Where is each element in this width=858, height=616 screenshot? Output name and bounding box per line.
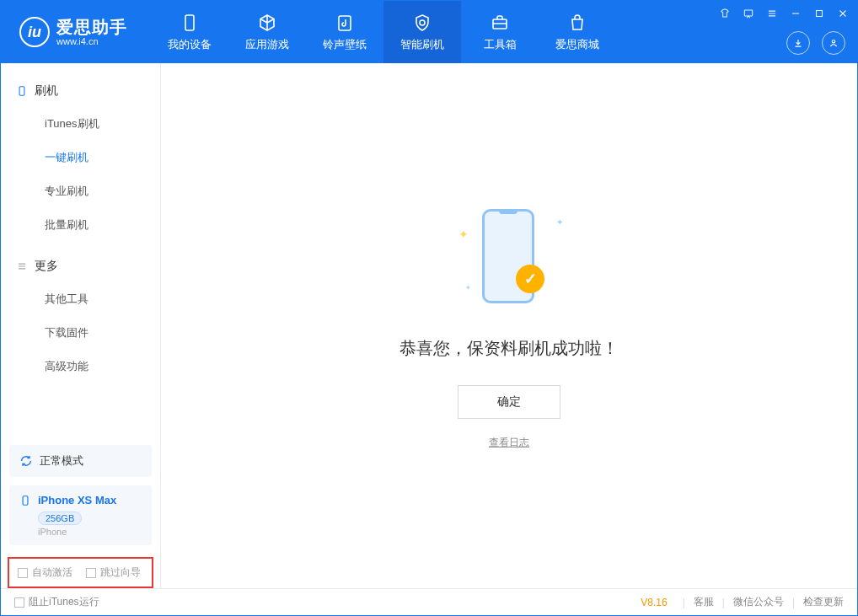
success-illustration: ✦ ✦ ✦ ✓ (450, 202, 568, 320)
sparkle-icon: ✦ (465, 284, 471, 292)
tab-my-device[interactable]: 我的设备 (151, 1, 228, 63)
sidebar-nav: 刷机 iTunes刷机 一键刷机 专业刷机 批量刷机 更多 其他工具 下载固件 … (1, 63, 160, 445)
briefcase-icon (489, 12, 511, 34)
device-status-block: 正常模式 iPhone XS Max 256GB iPhone (9, 445, 152, 545)
device-type: iPhone (38, 527, 142, 537)
sidebar-item-download-firmware[interactable]: 下载固件 (1, 316, 160, 350)
app-window: iu 爱思助手 www.i4.cn 我的设备 应用游戏 铃声壁纸 智能刷机 (0, 0, 858, 616)
cube-icon (256, 12, 278, 34)
svg-rect-3 (744, 10, 752, 16)
device-icon (19, 495, 31, 506)
app-logo: iu 爱思助手 www.i4.cn (1, 1, 142, 63)
wechat-link[interactable]: 微信公众号 (733, 595, 784, 609)
view-log-link[interactable]: 查看日志 (489, 436, 529, 450)
svg-rect-0 (185, 15, 194, 30)
check-update-link[interactable]: 检查更新 (803, 595, 844, 609)
checkbox-icon (18, 568, 28, 578)
checkbox-skip-guide[interactable]: 跳过向导 (86, 565, 141, 580)
tab-aisi-store[interactable]: 爱思商城 (539, 1, 616, 63)
svg-rect-1 (339, 16, 351, 30)
device-capacity-badge: 256GB (38, 512, 82, 525)
titlebar: iu 爱思助手 www.i4.cn 我的设备 应用游戏 铃声壁纸 智能刷机 (1, 1, 857, 63)
phone-outline-icon (16, 85, 28, 97)
phone-icon (179, 12, 201, 34)
tab-label: 爱思商城 (555, 37, 599, 52)
music-icon (334, 12, 356, 34)
list-icon (16, 260, 28, 272)
svg-rect-6 (19, 87, 24, 96)
tab-label: 工具箱 (484, 37, 517, 52)
sidebar-item-other-tools[interactable]: 其他工具 (1, 282, 160, 316)
separator: | (792, 597, 795, 608)
device-name-row: iPhone XS Max (19, 494, 142, 506)
phone-notch-icon (499, 209, 517, 214)
svg-point-5 (832, 40, 835, 44)
tab-smart-flash[interactable]: 智能刷机 (383, 1, 461, 63)
sidebar-item-itunes-flash[interactable]: iTunes刷机 (1, 107, 160, 141)
sidebar: 刷机 iTunes刷机 一键刷机 专业刷机 批量刷机 更多 其他工具 下载固件 … (1, 63, 161, 588)
sidebar-item-pro-flash[interactable]: 专业刷机 (1, 174, 160, 208)
checkbox-label: 跳过向导 (100, 565, 141, 580)
sidebar-item-oneclick-flash[interactable]: 一键刷机 (1, 141, 160, 174)
success-message: 恭喜您，保资料刷机成功啦！ (400, 337, 619, 360)
separator: | (683, 597, 685, 608)
group-label: 刷机 (35, 83, 58, 99)
svg-rect-7 (23, 495, 28, 505)
tab-label: 我的设备 (168, 37, 212, 52)
tab-ringtones-wallpapers[interactable]: 铃声壁纸 (306, 1, 383, 63)
logo-icon: iu (19, 17, 50, 47)
checkbox-icon (14, 597, 24, 608)
close-icon[interactable] (835, 6, 850, 21)
app-name: 爱思助手 (56, 18, 127, 36)
checkbox-label: 自动激活 (32, 565, 72, 580)
user-button[interactable] (822, 31, 845, 55)
main-tabs: 我的设备 应用游戏 铃声壁纸 智能刷机 工具箱 爱思商城 (151, 1, 616, 63)
checkbox-label: 阻止iTunes运行 (29, 595, 99, 609)
check-badge-icon: ✓ (516, 265, 544, 293)
sparkle-icon: ✦ (458, 228, 469, 241)
group-label: 更多 (35, 259, 58, 274)
sync-icon (19, 454, 33, 468)
main-content: ✦ ✦ ✦ ✓ 恭喜您，保资料刷机成功啦！ 确定 查看日志 (161, 63, 857, 588)
sparkle-icon: ✦ (556, 217, 563, 227)
footer-right: V8.16 | 客服 | 微信公众号 | 检查更新 (641, 595, 844, 609)
app-url: www.i4.cn (56, 36, 127, 46)
ok-button[interactable]: 确定 (458, 385, 560, 419)
device-info-row[interactable]: iPhone XS Max 256GB iPhone (9, 485, 152, 545)
device-name: iPhone XS Max (38, 494, 116, 506)
tab-label: 智能刷机 (400, 37, 444, 52)
bag-icon (566, 12, 588, 34)
tab-toolbox[interactable]: 工具箱 (461, 1, 539, 63)
body: 刷机 iTunes刷机 一键刷机 专业刷机 批量刷机 更多 其他工具 下载固件 … (1, 63, 857, 588)
device-mode-row[interactable]: 正常模式 (9, 445, 152, 477)
checkbox-stop-itunes[interactable]: 阻止iTunes运行 (14, 595, 99, 609)
maximize-icon[interactable] (812, 6, 827, 21)
header-actions (786, 31, 845, 55)
mode-label: 正常模式 (40, 453, 83, 469)
sidebar-item-batch-flash[interactable]: 批量刷机 (1, 208, 160, 242)
menu-icon[interactable] (764, 6, 780, 21)
tab-label: 应用游戏 (245, 37, 289, 52)
tab-apps-games[interactable]: 应用游戏 (228, 1, 306, 63)
sidebar-group-more: 更多 (1, 250, 160, 282)
tab-label: 铃声壁纸 (323, 37, 367, 52)
minimize-icon[interactable] (788, 6, 803, 21)
feedback-icon[interactable] (741, 6, 756, 21)
checkbox-auto-activate[interactable]: 自动激活 (18, 565, 72, 580)
separator: | (722, 597, 725, 608)
svg-rect-4 (817, 11, 823, 17)
refresh-shield-icon (411, 12, 433, 34)
download-button[interactable] (786, 31, 810, 55)
logo-text: 爱思助手 www.i4.cn (56, 18, 127, 46)
statusbar: 阻止iTunes运行 V8.16 | 客服 | 微信公众号 | 检查更新 (1, 588, 857, 615)
checkbox-icon (86, 568, 96, 578)
shirt-icon[interactable] (717, 6, 732, 21)
sidebar-item-advanced[interactable]: 高级功能 (1, 350, 160, 383)
support-link[interactable]: 客服 (694, 595, 714, 609)
sidebar-group-flash: 刷机 (1, 75, 160, 107)
footer-left: 阻止iTunes运行 (14, 595, 641, 609)
version-label: V8.16 (641, 597, 667, 608)
flash-options-highlighted: 自动激活 跳过向导 (8, 557, 153, 588)
window-controls (717, 6, 850, 21)
